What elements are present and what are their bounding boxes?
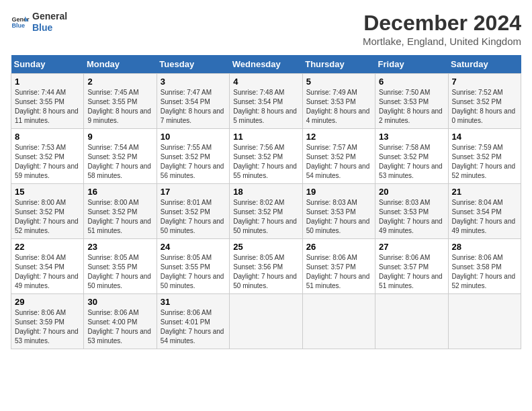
day-info: Sunrise: 8:04 AMSunset: 3:54 PMDaylight:… — [452, 199, 516, 234]
day-info: Sunrise: 7:45 AMSunset: 3:55 PMDaylight:… — [87, 89, 151, 124]
day-number: 28 — [452, 242, 517, 252]
calendar-day-cell: 17Sunrise: 8:01 AMSunset: 3:52 PMDayligh… — [157, 184, 229, 239]
day-info: Sunrise: 8:05 AMSunset: 3:56 PMDaylight:… — [233, 254, 297, 289]
day-number: 30 — [87, 297, 152, 307]
day-info: Sunrise: 8:01 AMSunset: 3:52 PMDaylight:… — [161, 199, 224, 234]
calendar-day-cell: 15Sunrise: 8:00 AMSunset: 3:52 PMDayligh… — [11, 184, 84, 239]
calendar-day-cell — [448, 294, 521, 349]
day-info: Sunrise: 8:05 AMSunset: 3:55 PMDaylight:… — [161, 254, 224, 289]
calendar-day-cell: 21Sunrise: 8:04 AMSunset: 3:54 PMDayligh… — [448, 184, 521, 239]
calendar-day-cell: 6Sunrise: 7:50 AMSunset: 3:53 PMDaylight… — [375, 74, 448, 129]
day-number: 7 — [452, 77, 517, 87]
day-info: Sunrise: 7:48 AMSunset: 3:54 PMDaylight:… — [233, 89, 297, 124]
day-info: Sunrise: 8:00 AMSunset: 3:52 PMDaylight:… — [15, 199, 79, 234]
page-header: General Blue General Blue December 2024 … — [11, 11, 521, 47]
day-info: Sunrise: 7:50 AMSunset: 3:53 PMDaylight:… — [379, 89, 443, 124]
day-number: 11 — [233, 132, 298, 142]
day-number: 16 — [87, 187, 152, 197]
calendar-day-cell: 23Sunrise: 8:05 AMSunset: 3:55 PMDayligh… — [84, 239, 157, 294]
day-number: 9 — [87, 132, 152, 142]
day-number: 5 — [306, 77, 371, 87]
day-info: Sunrise: 8:06 AMSunset: 4:00 PMDaylight:… — [87, 309, 151, 345]
day-number: 25 — [233, 242, 298, 252]
day-info: Sunrise: 7:58 AMSunset: 3:52 PMDaylight:… — [379, 144, 443, 179]
day-number: 6 — [379, 77, 444, 87]
calendar-day-cell: 10Sunrise: 7:55 AMSunset: 3:52 PMDayligh… — [157, 129, 229, 184]
day-number: 4 — [233, 77, 298, 87]
calendar-day-cell: 20Sunrise: 8:03 AMSunset: 3:53 PMDayligh… — [375, 184, 448, 239]
calendar-week-row: 8Sunrise: 7:53 AMSunset: 3:52 PMDaylight… — [11, 129, 521, 184]
calendar-week-row: 22Sunrise: 8:04 AMSunset: 3:54 PMDayligh… — [11, 239, 521, 294]
calendar-day-header: Tuesday — [157, 55, 229, 74]
day-info: Sunrise: 8:06 AMSunset: 3:59 PMDaylight:… — [15, 309, 79, 345]
day-info: Sunrise: 8:03 AMSunset: 3:53 PMDaylight:… — [306, 199, 370, 234]
calendar-day-cell: 31Sunrise: 8:06 AMSunset: 4:01 PMDayligh… — [157, 294, 229, 349]
day-info: Sunrise: 7:52 AMSunset: 3:52 PMDaylight:… — [452, 89, 516, 124]
day-info: Sunrise: 8:02 AMSunset: 3:52 PMDaylight:… — [233, 199, 297, 234]
day-number: 18 — [233, 187, 298, 197]
day-info: Sunrise: 8:06 AMSunset: 4:01 PMDaylight:… — [161, 309, 224, 345]
day-number: 15 — [15, 187, 80, 197]
calendar-day-header: Thursday — [302, 55, 375, 74]
day-number: 22 — [15, 242, 80, 252]
day-number: 10 — [161, 132, 226, 142]
calendar-day-header: Friday — [375, 55, 448, 74]
calendar-day-cell — [302, 294, 375, 349]
day-info: Sunrise: 7:49 AMSunset: 3:53 PMDaylight:… — [306, 89, 370, 124]
day-number: 1 — [15, 77, 80, 87]
calendar-day-cell: 5Sunrise: 7:49 AMSunset: 3:53 PMDaylight… — [302, 74, 375, 129]
calendar-day-cell: 28Sunrise: 8:06 AMSunset: 3:58 PMDayligh… — [448, 239, 521, 294]
day-info: Sunrise: 8:03 AMSunset: 3:53 PMDaylight:… — [379, 199, 443, 234]
calendar-day-header: Wednesday — [230, 55, 302, 74]
day-number: 2 — [87, 77, 152, 87]
calendar-day-cell: 11Sunrise: 7:56 AMSunset: 3:52 PMDayligh… — [230, 129, 302, 184]
day-info: Sunrise: 8:04 AMSunset: 3:54 PMDaylight:… — [15, 254, 79, 289]
calendar-day-cell: 3Sunrise: 7:47 AMSunset: 3:54 PMDaylight… — [157, 74, 229, 129]
day-number: 19 — [306, 187, 371, 197]
day-info: Sunrise: 7:54 AMSunset: 3:52 PMDaylight:… — [87, 144, 151, 179]
day-number: 23 — [87, 242, 152, 252]
title-block: December 2024 Mortlake, England, United … — [363, 11, 521, 47]
day-number: 24 — [161, 242, 226, 252]
calendar-day-cell: 14Sunrise: 7:59 AMSunset: 3:52 PMDayligh… — [448, 129, 521, 184]
day-info: Sunrise: 7:59 AMSunset: 3:52 PMDaylight:… — [452, 144, 516, 179]
calendar-day-cell: 7Sunrise: 7:52 AMSunset: 3:52 PMDaylight… — [448, 74, 521, 129]
day-info: Sunrise: 7:44 AMSunset: 3:55 PMDaylight:… — [15, 89, 79, 124]
calendar-day-cell: 26Sunrise: 8:06 AMSunset: 3:57 PMDayligh… — [302, 239, 375, 294]
day-number: 17 — [161, 187, 226, 197]
calendar-day-header: Sunday — [11, 55, 84, 74]
calendar-day-cell: 4Sunrise: 7:48 AMSunset: 3:54 PMDaylight… — [230, 74, 302, 129]
logo: General Blue General Blue — [11, 11, 67, 34]
day-number: 3 — [161, 77, 226, 87]
calendar-day-cell: 8Sunrise: 7:53 AMSunset: 3:52 PMDaylight… — [11, 129, 84, 184]
day-info: Sunrise: 8:06 AMSunset: 3:58 PMDaylight:… — [452, 254, 516, 289]
main-title: December 2024 — [363, 11, 521, 36]
day-info: Sunrise: 7:53 AMSunset: 3:52 PMDaylight:… — [15, 144, 79, 179]
day-number: 12 — [306, 132, 371, 142]
calendar-day-header: Saturday — [448, 55, 521, 74]
calendar-day-cell: 18Sunrise: 8:02 AMSunset: 3:52 PMDayligh… — [230, 184, 302, 239]
calendar-day-cell: 30Sunrise: 8:06 AMSunset: 4:00 PMDayligh… — [84, 294, 157, 349]
day-number: 31 — [161, 297, 226, 307]
calendar-day-cell: 16Sunrise: 8:00 AMSunset: 3:52 PMDayligh… — [84, 184, 157, 239]
calendar-body: 1Sunrise: 7:44 AMSunset: 3:55 PMDaylight… — [11, 74, 521, 349]
calendar-header-row: SundayMondayTuesdayWednesdayThursdayFrid… — [11, 55, 521, 74]
day-number: 20 — [379, 187, 444, 197]
day-number: 27 — [379, 242, 444, 252]
calendar-table: SundayMondayTuesdayWednesdayThursdayFrid… — [11, 55, 521, 349]
day-number: 14 — [452, 132, 517, 142]
day-info: Sunrise: 7:56 AMSunset: 3:52 PMDaylight:… — [233, 144, 297, 179]
day-info: Sunrise: 8:06 AMSunset: 3:57 PMDaylight:… — [379, 254, 443, 289]
calendar-week-row: 15Sunrise: 8:00 AMSunset: 3:52 PMDayligh… — [11, 184, 521, 239]
calendar-day-cell — [375, 294, 448, 349]
calendar-day-cell: 19Sunrise: 8:03 AMSunset: 3:53 PMDayligh… — [302, 184, 375, 239]
calendar-week-row: 1Sunrise: 7:44 AMSunset: 3:55 PMDaylight… — [11, 74, 521, 129]
calendar-day-cell: 12Sunrise: 7:57 AMSunset: 3:52 PMDayligh… — [302, 129, 375, 184]
day-info: Sunrise: 8:05 AMSunset: 3:55 PMDaylight:… — [87, 254, 151, 289]
logo-line2: Blue — [32, 22, 67, 34]
calendar-day-cell — [230, 294, 302, 349]
calendar-day-cell: 9Sunrise: 7:54 AMSunset: 3:52 PMDaylight… — [84, 129, 157, 184]
calendar-day-header: Monday — [84, 55, 157, 74]
day-number: 21 — [452, 187, 517, 197]
svg-text:Blue: Blue — [11, 22, 25, 29]
